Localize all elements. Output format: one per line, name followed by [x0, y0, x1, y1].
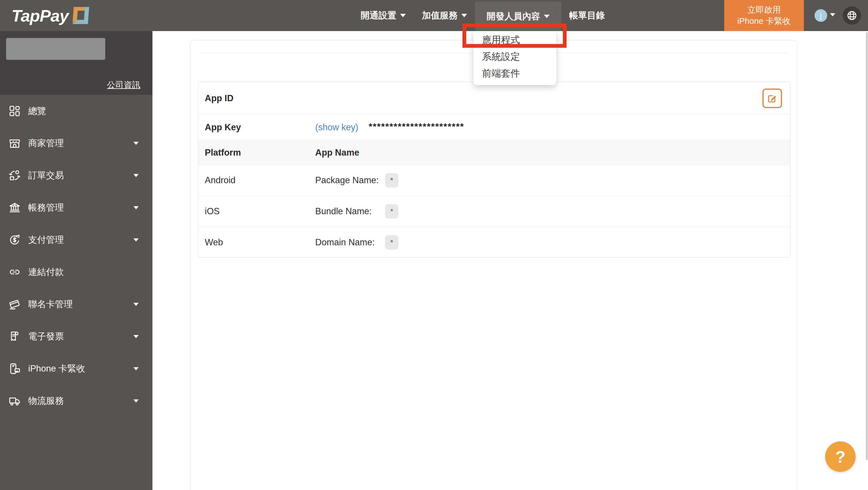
show-key-link[interactable]: (show key)	[315, 122, 359, 132]
nav-menu-item[interactable]: 開發人員內容	[475, 2, 561, 31]
app-id-label: App ID	[198, 93, 315, 103]
edit-pencil-icon	[767, 93, 778, 104]
app-key-row: App Key (show key) *********************…	[198, 115, 790, 140]
help-button[interactable]: ?	[825, 441, 856, 472]
nav-menu-item[interactable]: 帳單目錄	[561, 0, 613, 31]
app-name-header: App Name	[315, 148, 359, 158]
chevron-down-icon	[133, 238, 138, 242]
platform-row: Android Package Name: *	[198, 165, 790, 196]
payment-link-icon	[8, 266, 21, 279]
masked-app-key: ***********************	[369, 121, 464, 132]
chevron-down-icon	[544, 15, 550, 18]
iphone-tap-to-pay-icon	[8, 362, 21, 375]
sidebar: 公司資訊 總覽 商家管理 訂單交易 帳務管理 支付管理 連結付款 聯名卡管理 電…	[0, 31, 152, 490]
chevron-down-icon	[461, 14, 467, 17]
platform-header: Platform	[198, 148, 315, 158]
main-panel: App ID App Key (show key) **************…	[190, 40, 797, 490]
tappay-logo-mark	[72, 7, 89, 25]
sidebar-item[interactable]: 總覽	[0, 95, 152, 127]
dropdown-menu-item[interactable]: 應用程式	[473, 32, 556, 48]
bank-icon	[8, 201, 21, 214]
chevron-down-icon	[133, 206, 138, 209]
cobranded-card-icon	[8, 298, 21, 311]
chevron-down-icon	[133, 303, 138, 306]
sidebar-item[interactable]: 物流服務	[0, 385, 152, 417]
company-info-link[interactable]: 公司資訊	[107, 80, 141, 91]
platform-row: Web Domain Name: *	[198, 227, 790, 258]
edit-app-button[interactable]	[763, 89, 782, 108]
field-label: Package Name:	[315, 175, 379, 185]
dropdown-menu-item[interactable]: 系統設定	[473, 48, 556, 65]
chevron-down-icon	[133, 142, 138, 145]
globe-icon	[846, 10, 858, 21]
e-invoice-icon	[8, 330, 21, 343]
sidebar-item[interactable]: 聯名卡管理	[0, 288, 152, 320]
masked-value-badge: *	[385, 235, 398, 250]
field-label: Domain Name:	[315, 237, 375, 248]
main-nav-menu: 開通設置 加值服務 開發人員內容 帳單目錄	[352, 0, 613, 31]
chevron-down-icon	[133, 174, 138, 177]
app-id-row: App ID	[198, 82, 790, 115]
masked-value-badge: *	[385, 173, 398, 187]
dropdown-menu-item[interactable]: 前端套件	[473, 65, 556, 82]
logistics-truck-icon	[8, 394, 21, 407]
company-info-section: 公司資訊	[0, 31, 152, 95]
scrollbar-thumb[interactable]	[866, 32, 868, 460]
chevron-down-icon	[133, 335, 138, 338]
overview-grid-icon	[8, 104, 21, 118]
user-menu-chevron-down-icon[interactable]	[830, 13, 835, 17]
order-transactions-icon	[8, 169, 21, 182]
payment-cycle-icon	[8, 233, 21, 246]
developer-content-dropdown: 應用程式系統設定前端套件	[473, 31, 556, 85]
sidebar-item[interactable]: 支付管理	[0, 224, 152, 256]
user-avatar[interactable]: j	[814, 9, 827, 22]
app-key-label: App Key	[198, 122, 315, 132]
platform-row: iOS Bundle Name: *	[198, 196, 790, 227]
nav-menu-item[interactable]: 加值服務	[414, 0, 475, 31]
top-navbar: TapPay 開通設置 加值服務 開發人員內容 帳單目錄 立即啟用 iPhone…	[0, 0, 868, 31]
chevron-down-icon	[400, 14, 406, 17]
chevron-down-icon	[133, 367, 138, 370]
sidebar-item[interactable]: iPhone 卡緊收	[0, 353, 152, 385]
chevron-down-icon	[133, 399, 138, 403]
language-globe-button[interactable]	[843, 6, 861, 25]
nav-menu-item[interactable]: 開通設置	[352, 0, 414, 31]
activate-iphone-tap-to-pay-button[interactable]: 立即啟用 iPhone 卡緊收	[724, 0, 804, 31]
tappay-logo[interactable]: TapPay	[11, 0, 89, 31]
tappay-logo-text: TapPay	[11, 6, 68, 25]
masked-value-badge: *	[385, 204, 398, 218]
sidebar-item[interactable]: 商家管理	[0, 127, 152, 159]
sidebar-item[interactable]: 連結付款	[0, 256, 152, 288]
storefront-icon	[8, 136, 21, 150]
sidebar-item[interactable]: 帳務管理	[0, 191, 152, 224]
table-header-row: Platform App Name	[198, 140, 790, 165]
sidebar-item[interactable]: 訂單交易	[0, 159, 152, 191]
redacted-company-name	[6, 38, 105, 60]
field-label: Bundle Name:	[315, 206, 372, 217]
app-settings-card: App ID App Key (show key) **************…	[198, 82, 790, 258]
sidebar-menu: 總覽 商家管理 訂單交易 帳務管理 支付管理 連結付款 聯名卡管理 電子發票 i…	[0, 95, 152, 417]
sidebar-item[interactable]: 電子發票	[0, 320, 152, 353]
